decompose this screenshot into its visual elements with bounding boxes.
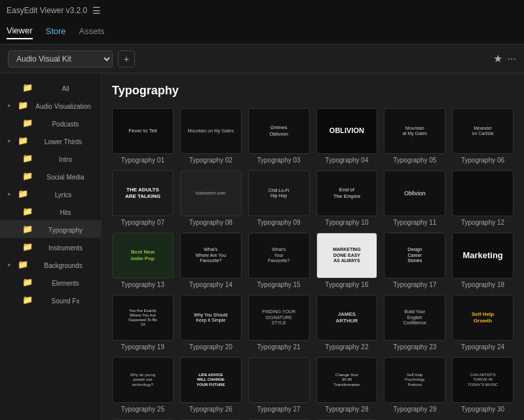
grid-item-17[interactable]: DesignCareerStoriesTypography 17 xyxy=(384,233,445,288)
grid-item-21[interactable]: FINDING YOURSIGNATURESTYLETypography 21 xyxy=(248,295,310,351)
folder-icon: 📁 xyxy=(22,295,33,305)
sidebar-item-intro[interactable]: 📁Intro xyxy=(0,149,101,167)
title-bar: EasyEdit Viewer v3.2.0 ☰ xyxy=(0,0,524,21)
folder-icon: 📁 xyxy=(18,100,28,110)
sidebar-item-podcasts[interactable]: 📁Podcasts xyxy=(0,114,101,132)
grid-item-3[interactable]: GrimesOblivionTypography 03 xyxy=(248,108,310,164)
grid-item-label-22: Typography 22 xyxy=(316,343,378,351)
sidebar-item-instruments[interactable]: 📁Instruments xyxy=(0,238,101,256)
grid-item-label-5: Typography 05 xyxy=(384,157,445,164)
sidebar-item-backgrounds[interactable]: ▸📁Backgrounds xyxy=(0,256,101,273)
sidebar-item-typography[interactable]: 📁Typography xyxy=(0,220,101,238)
sidebar-item-label: Audio Visualization xyxy=(33,103,93,110)
sidebar: 📁All▸📁Audio Visualization📁Podcasts▸📁Lowe… xyxy=(0,73,102,420)
sidebar-item-label: Backgrounds xyxy=(33,262,93,269)
tab-store[interactable]: Store xyxy=(46,26,66,39)
grid-item-6[interactable]: Meanderon CarlisleTypography 06 xyxy=(452,108,514,164)
kit-select[interactable]: Audio Visual Kit xyxy=(8,50,113,67)
grid-item-15[interactable]: What'sYourFavourite?Typography 15 xyxy=(248,233,310,288)
grid-item-28[interactable]: Change Your30-90TransformationTypography… xyxy=(316,357,378,413)
grid-item-30[interactable]: CAN ARTISTSTHRIVE INTODAY'S MUSICTypogra… xyxy=(452,357,514,413)
grid-item-label-13: Typography 13 xyxy=(112,281,174,288)
grid-item-label-4: Typography 04 xyxy=(316,157,378,164)
grid-item-23[interactable]: Build YourEnglishConfidenceTypography 23 xyxy=(384,295,445,351)
more-button[interactable]: ··· xyxy=(508,52,516,65)
chevron-icon: ▸ xyxy=(8,102,11,109)
grid-item-19[interactable]: You Are ExactlyWhere You AreSupposed To … xyxy=(112,295,174,351)
grid-item-29[interactable]: Self HelpPsychologyPodcastTypography 29 xyxy=(384,357,445,413)
grid-item-11[interactable]: OblivionTypography 11 xyxy=(384,170,445,226)
typography-grid: Fever to TellTypography 01Mountain on My… xyxy=(112,108,514,420)
grid-item-20[interactable]: Why You ShouldKeep it SimpleTypography 2… xyxy=(180,295,242,351)
grid-item-label-30: Typography 30 xyxy=(452,406,514,413)
grid-item-2[interactable]: Mountain on My GatesTypography 02 xyxy=(180,108,242,164)
grid-item-label-24: Typography 24 xyxy=(452,343,514,351)
sidebar-item-label: Sound Fx xyxy=(38,297,93,305)
grid-item-5[interactable]: Mountainat My GatesTypography 05 xyxy=(384,108,445,164)
grid-item-26[interactable]: LIFE ADVICEWILL CHANGEYOUR FUTURETypogra… xyxy=(180,357,242,413)
chevron-icon: ▸ xyxy=(8,137,11,144)
grid-item-label-21: Typography 21 xyxy=(248,343,310,351)
grid-item-14[interactable]: What'sWhere Are YouFavourite?Typography … xyxy=(180,233,242,288)
grid-item-label-26: Typography 26 xyxy=(180,406,242,413)
section-title: Typography xyxy=(112,84,514,98)
folder-icon: 📁 xyxy=(22,153,33,163)
tab-assets[interactable]: Assets xyxy=(79,26,105,39)
grid-item-13[interactable]: Best NewIndie PopTypography 13 xyxy=(112,233,174,288)
sidebar-item-label: Podcasts xyxy=(38,121,93,128)
folder-icon: 📁 xyxy=(18,189,28,199)
star-button[interactable]: ★ xyxy=(493,52,502,65)
chevron-icon: ▸ xyxy=(8,261,11,268)
sidebar-item-hits[interactable]: 📁Hits xyxy=(0,202,101,220)
grid-item-4[interactable]: OBLIVIONTypography 04 xyxy=(316,108,378,164)
grid-item-12[interactable]: Typography 12 xyxy=(452,170,514,226)
grid-item-27[interactable]: Typography 27 xyxy=(248,357,310,413)
sidebar-item-audio-visualization[interactable]: ▸📁Audio Visualization xyxy=(0,96,101,114)
sidebar-item-label: Typography xyxy=(38,227,93,234)
grid-item-24[interactable]: Self HelpGrowthTypography 24 xyxy=(452,295,514,351)
grid-item-label-11: Typography 11 xyxy=(384,219,445,226)
folder-icon: 📁 xyxy=(22,171,33,181)
grid-item-22[interactable]: JAMESARTHURTypography 22 xyxy=(316,295,378,351)
grid-item-label-6: Typography 06 xyxy=(452,157,514,164)
folder-icon: 📁 xyxy=(22,118,33,128)
sidebar-item-label: Social Media xyxy=(38,174,93,181)
grid-item-1[interactable]: Fever to TellTypography 01 xyxy=(112,108,174,164)
folder-icon: 📁 xyxy=(18,259,28,269)
sidebar-item-label: Lyrics xyxy=(33,191,93,199)
grid-item-label-8: Typography 08 xyxy=(180,219,242,226)
grid-item-label-2: Typography 02 xyxy=(180,157,242,164)
grid-item-25[interactable]: Why do youngpeople usetechnology?Typogra… xyxy=(112,357,174,413)
grid-item-label-3: Typography 03 xyxy=(248,157,310,164)
sidebar-item-lower-thirds[interactable]: ▸📁Lower Thirds xyxy=(0,132,101,149)
grid-item-7[interactable]: THE ADULTSARE TALKINGTypography 07 xyxy=(112,170,174,226)
grid-item-8[interactable]: tubeworm.comTypography 08 xyxy=(180,170,242,226)
nav-tabs: Viewer Store Assets xyxy=(0,21,524,45)
tab-viewer[interactable]: Viewer xyxy=(7,26,33,39)
folder-icon: 📁 xyxy=(22,206,33,216)
folder-icon: 📁 xyxy=(18,136,28,145)
app-title: EasyEdit Viewer v3.2.0 xyxy=(7,6,87,15)
add-button[interactable]: + xyxy=(118,50,135,67)
sidebar-item-label: Elements xyxy=(38,280,93,287)
sidebar-item-sound-fx[interactable]: 📁Sound Fx xyxy=(0,291,101,309)
sidebar-item-all[interactable]: 📁All xyxy=(0,79,101,96)
chevron-icon: ▸ xyxy=(8,190,11,197)
folder-icon: 📁 xyxy=(22,242,33,252)
sidebar-item-social-media[interactable]: 📁Social Media xyxy=(0,167,101,185)
sidebar-item-elements[interactable]: 📁Elements xyxy=(0,273,101,291)
grid-item-label-16: Typography 16 xyxy=(316,281,378,288)
sidebar-item-label: Instruments xyxy=(38,244,93,252)
grid-item-18[interactable]: MarketingTypography 18 xyxy=(452,233,514,288)
grid-item-label-17: Typography 17 xyxy=(384,281,445,288)
grid-item-label-18: Typography 18 xyxy=(452,281,514,288)
main-layout: 📁All▸📁Audio Visualization📁Podcasts▸📁Lowe… xyxy=(0,73,524,420)
grid-item-label-29: Typography 29 xyxy=(384,406,445,413)
grid-item-9[interactable]: Chill Lo-FiHip HopTypography 09 xyxy=(248,170,310,226)
grid-item-16[interactable]: MARKETINGDONE EASYAS ALWAYSTypography 16 xyxy=(316,233,378,288)
folder-icon: 📁 xyxy=(22,224,33,234)
menu-icon[interactable]: ☰ xyxy=(92,5,101,16)
sidebar-item-lyrics[interactable]: ▸📁Lyrics xyxy=(0,185,101,202)
sidebar-item-label: Hits xyxy=(38,209,93,216)
grid-item-10[interactable]: End ofThe EmpireTypography 10 xyxy=(316,170,378,226)
